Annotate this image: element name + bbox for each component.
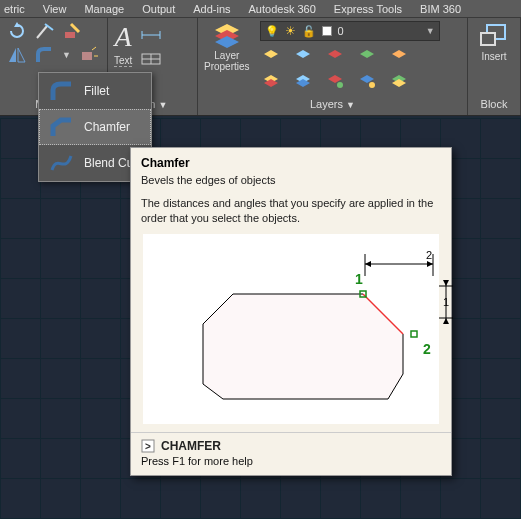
tooltip-diagram: 1 2 2 1 bbox=[143, 234, 439, 424]
fillet-split[interactable] bbox=[34, 45, 56, 65]
blend-icon bbox=[48, 152, 74, 174]
panel-layers: Layer Properties 💡 ☀ 🔓 0 ▼ bbox=[198, 18, 468, 115]
lock-icon: 🔓 bbox=[302, 25, 316, 38]
layer-stack-icon bbox=[213, 21, 241, 49]
menu-item[interactable]: View bbox=[43, 3, 67, 15]
edit-icon[interactable] bbox=[62, 21, 84, 41]
svg-text:2: 2 bbox=[426, 249, 432, 261]
rotate-icon[interactable] bbox=[6, 21, 28, 41]
menu-item[interactable]: Express Tools bbox=[334, 3, 402, 15]
layer-name: 0 bbox=[338, 25, 344, 37]
insert-icon bbox=[479, 21, 509, 49]
svg-line-4 bbox=[92, 47, 96, 50]
panel-block: Insert Block bbox=[468, 18, 521, 115]
layer-freeze-icon[interactable] bbox=[292, 46, 314, 66]
svg-rect-15 bbox=[481, 33, 495, 45]
menu-item[interactable]: Output bbox=[142, 3, 175, 15]
svg-rect-2 bbox=[65, 32, 75, 38]
dimension-icon[interactable] bbox=[140, 25, 162, 45]
svg-rect-18 bbox=[411, 331, 417, 337]
tooltip-desc: Bevels the edges of objects bbox=[141, 174, 441, 186]
svg-text:>: > bbox=[145, 441, 151, 452]
svg-rect-3 bbox=[82, 52, 92, 60]
trim-icon[interactable] bbox=[34, 21, 56, 41]
panel-title: Layers bbox=[310, 98, 343, 110]
mirror-icon[interactable] bbox=[6, 45, 28, 65]
tooltip-title: Chamfer bbox=[141, 156, 441, 170]
text-icon: A bbox=[115, 21, 132, 53]
layer-off-icon[interactable] bbox=[260, 46, 282, 66]
text-label: Text bbox=[114, 55, 132, 67]
svg-point-12 bbox=[337, 82, 343, 88]
menu-item[interactable]: BIM 360 bbox=[420, 3, 461, 15]
layer-properties-label: Layer Properties bbox=[204, 51, 250, 72]
chevron-down-icon[interactable]: ▼ bbox=[62, 50, 71, 60]
flyout-label: Fillet bbox=[84, 84, 109, 98]
layer-prev-icon[interactable] bbox=[388, 46, 410, 66]
layer-walk-icon[interactable] bbox=[324, 71, 346, 91]
command-icon: > bbox=[141, 439, 155, 453]
svg-text:2: 2 bbox=[423, 341, 431, 357]
fillet-icon bbox=[48, 80, 74, 102]
layer-match-icon[interactable] bbox=[356, 46, 378, 66]
flyout-item-fillet[interactable]: Fillet bbox=[39, 73, 151, 109]
layer-iso-icon[interactable] bbox=[260, 71, 282, 91]
tooltip-chamfer: Chamfer Bevels the edges of objects The … bbox=[130, 147, 452, 476]
insert-label: Insert bbox=[481, 51, 506, 62]
lightbulb-icon: 💡 bbox=[265, 25, 279, 38]
menu-item[interactable]: Manage bbox=[84, 3, 124, 15]
tooltip-help: Press F1 for more help bbox=[141, 455, 441, 467]
chevron-down-icon[interactable]: ▼ bbox=[158, 100, 167, 110]
chevron-down-icon: ▼ bbox=[426, 26, 435, 36]
flyout-item-chamfer[interactable]: Chamfer bbox=[39, 109, 151, 145]
menu-item[interactable]: Add-ins bbox=[193, 3, 230, 15]
menu-item[interactable]: etric bbox=[4, 3, 25, 15]
panel-title: Block bbox=[481, 98, 508, 110]
layer-state-icon[interactable] bbox=[356, 71, 378, 91]
layer-change-icon[interactable] bbox=[388, 71, 410, 91]
layer-lock-icon[interactable] bbox=[324, 46, 346, 66]
explode-icon[interactable] bbox=[77, 45, 99, 65]
svg-point-13 bbox=[369, 82, 375, 88]
insert-button[interactable]: Insert bbox=[479, 21, 509, 62]
menu-item[interactable]: Autodesk 360 bbox=[249, 3, 316, 15]
chevron-down-icon[interactable]: ▼ bbox=[346, 100, 355, 110]
flyout-label: Chamfer bbox=[84, 120, 130, 134]
tooltip-command: CHAMFER bbox=[161, 439, 221, 453]
menu-bar: etric View Manage Output Add-ins Autodes… bbox=[0, 0, 521, 18]
svg-text:1: 1 bbox=[443, 296, 449, 308]
svg-line-0 bbox=[37, 26, 47, 38]
sun-icon: ☀ bbox=[285, 24, 296, 38]
chamfer-icon bbox=[48, 116, 74, 138]
layer-uniso-icon[interactable] bbox=[292, 71, 314, 91]
tooltip-body: The distances and angles that you specif… bbox=[141, 196, 441, 226]
table-icon[interactable] bbox=[140, 49, 162, 69]
layer-swatch bbox=[322, 26, 332, 36]
layer-properties-button[interactable]: Layer Properties bbox=[204, 21, 250, 72]
svg-text:1: 1 bbox=[355, 271, 363, 287]
layer-dropdown[interactable]: 💡 ☀ 🔓 0 ▼ bbox=[260, 21, 440, 41]
